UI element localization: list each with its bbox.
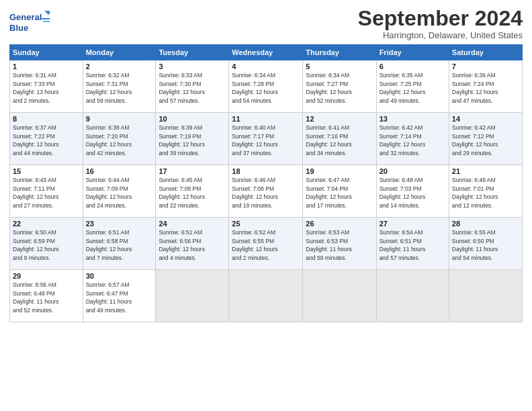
calendar-cell-4: 4Sunrise: 6:34 AMSunset: 7:28 PMDaylight… bbox=[229, 60, 303, 113]
location: Harrington, Delaware, United States bbox=[358, 30, 523, 40]
calendar-cell-12: 12Sunrise: 6:41 AMSunset: 7:16 PMDayligh… bbox=[303, 113, 376, 165]
calendar-cell-29: 29Sunrise: 6:56 AMSunset: 6:48 PMDayligh… bbox=[10, 270, 83, 322]
calendar-cell-9: 9Sunrise: 6:38 AMSunset: 7:20 PMDaylight… bbox=[83, 113, 156, 165]
calendar-cell-25: 25Sunrise: 6:52 AMSunset: 6:55 PMDayligh… bbox=[229, 218, 303, 270]
logo: General Blue bbox=[9, 9, 50, 38]
calendar-cell-empty-4-5 bbox=[376, 270, 449, 322]
calendar-cell-2: 2Sunrise: 6:32 AMSunset: 7:31 PMDaylight… bbox=[83, 60, 156, 113]
calendar-table: Sunday Monday Tuesday Wednesday Thursday… bbox=[9, 44, 523, 322]
calendar-cell-11: 11Sunrise: 6:40 AMSunset: 7:17 PMDayligh… bbox=[229, 113, 303, 165]
calendar-cell-23: 23Sunrise: 6:51 AMSunset: 6:58 PMDayligh… bbox=[83, 218, 156, 270]
calendar-cell-7: 7Sunrise: 6:36 AMSunset: 7:24 PMDaylight… bbox=[449, 60, 522, 113]
calendar-cell-30: 30Sunrise: 6:57 AMSunset: 6:47 PMDayligh… bbox=[83, 270, 156, 322]
col-saturday: Saturday bbox=[449, 45, 522, 60]
calendar-cell-13: 13Sunrise: 6:42 AMSunset: 7:14 PMDayligh… bbox=[376, 113, 449, 165]
calendar-cell-19: 19Sunrise: 6:47 AMSunset: 7:04 PMDayligh… bbox=[303, 165, 376, 218]
calendar-cell-16: 16Sunrise: 6:44 AMSunset: 7:09 PMDayligh… bbox=[83, 165, 156, 218]
calendar-cell-5: 5Sunrise: 6:34 AMSunset: 7:27 PMDaylight… bbox=[303, 60, 376, 113]
col-monday: Monday bbox=[83, 45, 156, 60]
calendar-cell-8: 8Sunrise: 6:37 AMSunset: 7:22 PMDaylight… bbox=[10, 113, 83, 165]
calendar-cell-empty-4-6 bbox=[449, 270, 522, 322]
col-tuesday: Tuesday bbox=[156, 45, 229, 60]
svg-text:Blue: Blue bbox=[9, 23, 28, 33]
col-sunday: Sunday bbox=[10, 45, 83, 60]
col-thursday: Thursday bbox=[303, 45, 376, 60]
header: General Blue September 2024 Harrington, … bbox=[9, 7, 523, 40]
calendar-cell-empty-4-4 bbox=[303, 270, 376, 322]
calendar-cell-15: 15Sunrise: 6:43 AMSunset: 7:11 PMDayligh… bbox=[10, 165, 83, 218]
calendar-cell-empty-4-3 bbox=[229, 270, 303, 322]
header-row: Sunday Monday Tuesday Wednesday Thursday… bbox=[10, 45, 523, 60]
title-block: September 2024 Harrington, Delaware, Uni… bbox=[358, 7, 523, 40]
calendar-cell-6: 6Sunrise: 6:35 AMSunset: 7:25 PMDaylight… bbox=[376, 60, 449, 113]
calendar-cell-14: 14Sunrise: 6:42 AMSunset: 7:12 PMDayligh… bbox=[449, 113, 522, 165]
logo-svg: General Blue bbox=[9, 9, 50, 38]
calendar-cell-1: 1Sunrise: 6:31 AMSunset: 7:33 PMDaylight… bbox=[10, 60, 83, 113]
col-wednesday: Wednesday bbox=[229, 45, 303, 60]
month-title: September 2024 bbox=[358, 7, 523, 30]
calendar-cell-21: 21Sunrise: 6:49 AMSunset: 7:01 PMDayligh… bbox=[449, 165, 522, 218]
calendar-cell-24: 24Sunrise: 6:51 AMSunset: 6:56 PMDayligh… bbox=[156, 218, 229, 270]
calendar-cell-28: 28Sunrise: 6:55 AMSunset: 6:50 PMDayligh… bbox=[449, 218, 522, 270]
calendar-cell-26: 26Sunrise: 6:53 AMSunset: 6:53 PMDayligh… bbox=[303, 218, 376, 270]
page: General Blue September 2024 Harrington, … bbox=[0, 0, 532, 411]
calendar-cell-17: 17Sunrise: 6:45 AMSunset: 7:08 PMDayligh… bbox=[156, 165, 229, 218]
calendar-cell-27: 27Sunrise: 6:54 AMSunset: 6:51 PMDayligh… bbox=[376, 218, 449, 270]
calendar-cell-empty-4-2 bbox=[156, 270, 229, 322]
calendar-cell-20: 20Sunrise: 6:48 AMSunset: 7:03 PMDayligh… bbox=[376, 165, 449, 218]
svg-marker-2 bbox=[44, 11, 50, 16]
calendar-cell-10: 10Sunrise: 6:39 AMSunset: 7:19 PMDayligh… bbox=[156, 113, 229, 165]
col-friday: Friday bbox=[376, 45, 449, 60]
calendar-cell-22: 22Sunrise: 6:50 AMSunset: 6:59 PMDayligh… bbox=[10, 218, 83, 270]
calendar-cell-18: 18Sunrise: 6:46 AMSunset: 7:06 PMDayligh… bbox=[229, 165, 303, 218]
svg-text:General: General bbox=[9, 12, 42, 22]
calendar-cell-3: 3Sunrise: 6:33 AMSunset: 7:30 PMDaylight… bbox=[156, 60, 229, 113]
